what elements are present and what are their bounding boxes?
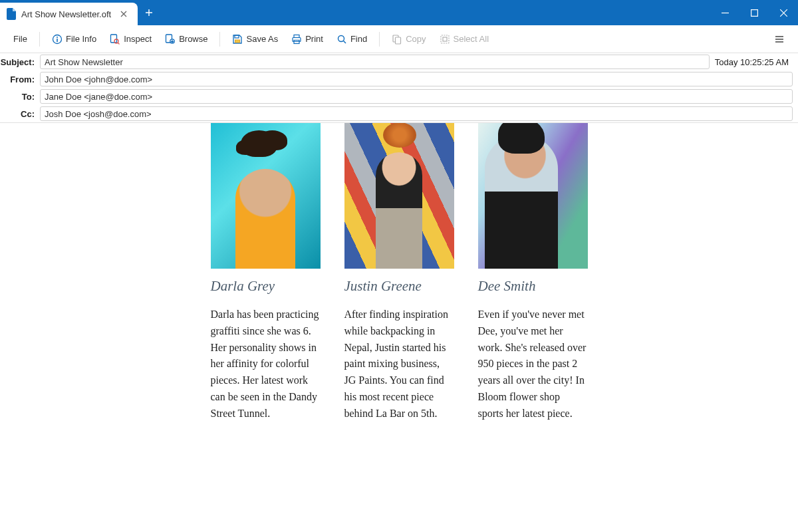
file-info-button[interactable]: File Info (47, 31, 102, 48)
close-window-button[interactable] (769, 0, 798, 25)
file-menu[interactable]: File (8, 31, 33, 47)
cc-field[interactable] (40, 106, 793, 121)
subject-field[interactable] (40, 55, 710, 69)
artist-card: Justin Greene After finding inspiration … (344, 123, 454, 422)
message-body[interactable]: Meet a Street Artist Darla Grey Darla ha… (0, 123, 798, 532)
copy-button[interactable]: Copy (386, 31, 431, 48)
separator (219, 32, 220, 47)
separator (379, 32, 380, 47)
artist-bio: Even if you've never met Dee, you've met… (478, 307, 588, 422)
artist-row: Darla Grey Darla has been practicing gra… (33, 123, 765, 422)
titlebar: Art Show Newsletter.oft (0, 0, 798, 25)
content-viewport: Meet a Street Artist Darla Grey Darla ha… (0, 123, 798, 532)
artist-name: Dee Smith (478, 278, 588, 295)
save-as-button[interactable]: Save As (227, 31, 283, 48)
copy-icon (392, 34, 402, 45)
artist-card: Darla Grey Darla has been practicing gra… (211, 123, 321, 422)
timestamp: Today 10:25:25 AM (715, 57, 798, 67)
artist-photo (344, 123, 454, 269)
artist-bio: Darla has been practicing graffiti since… (211, 307, 321, 422)
artist-bio: After finding inspiration while backpack… (344, 307, 454, 422)
svg-rect-8 (235, 35, 239, 38)
svg-rect-17 (443, 37, 447, 41)
document-tab[interactable]: Art Show Newsletter.oft (0, 3, 138, 25)
toolbar: File File Info Inspect Browse Save As Pr… (0, 25, 798, 53)
hamburger-icon (774, 34, 785, 45)
cc-label: Cc: (0, 109, 40, 119)
browse-button[interactable]: Browse (160, 31, 213, 48)
svg-point-13 (338, 35, 344, 41)
document-icon (7, 8, 16, 20)
svg-rect-9 (235, 40, 240, 43)
new-tab-button[interactable] (138, 0, 160, 25)
artist-name: Justin Greene (344, 278, 454, 295)
svg-point-2 (57, 37, 58, 38)
maximize-button[interactable] (739, 0, 769, 25)
print-icon (291, 34, 302, 45)
print-button[interactable]: Print (286, 31, 329, 48)
to-field[interactable] (40, 89, 793, 104)
window-controls (710, 0, 798, 25)
artist-card: Dee Smith Even if you've never met Dee, … (478, 123, 588, 422)
close-icon (780, 9, 787, 17)
from-label: From: (0, 74, 40, 84)
inspect-button[interactable]: Inspect (104, 31, 157, 48)
menu-button[interactable] (769, 31, 790, 48)
svg-rect-16 (441, 35, 449, 43)
save-icon (232, 34, 243, 45)
artist-photo (211, 123, 321, 269)
subject-label: Subject: (0, 57, 40, 67)
tab-title: Art Show Newsletter.oft (21, 9, 111, 19)
tab-close-button[interactable] (116, 8, 131, 21)
from-field[interactable] (40, 72, 793, 86)
select-all-icon (440, 34, 450, 45)
close-icon (120, 11, 127, 17)
find-icon (336, 34, 347, 45)
find-button[interactable]: Find (331, 31, 372, 48)
svg-rect-4 (111, 35, 117, 43)
browse-icon (165, 34, 176, 45)
artist-name: Darla Grey (211, 278, 321, 295)
message-headers: Subject: Today 10:25:25 AM From: To: Cc: (0, 53, 798, 123)
separator (39, 32, 40, 47)
plus-icon (145, 9, 153, 17)
svg-rect-0 (751, 9, 757, 16)
minimize-button[interactable] (710, 0, 739, 25)
to-label: To: (0, 92, 40, 102)
info-icon (52, 34, 63, 45)
artist-photo (478, 123, 588, 269)
svg-rect-15 (396, 37, 401, 44)
maximize-icon (751, 9, 758, 17)
select-all-button[interactable]: Select All (434, 31, 494, 48)
inspect-icon (110, 34, 120, 45)
svg-rect-3 (57, 39, 58, 42)
minimize-icon (722, 9, 729, 17)
